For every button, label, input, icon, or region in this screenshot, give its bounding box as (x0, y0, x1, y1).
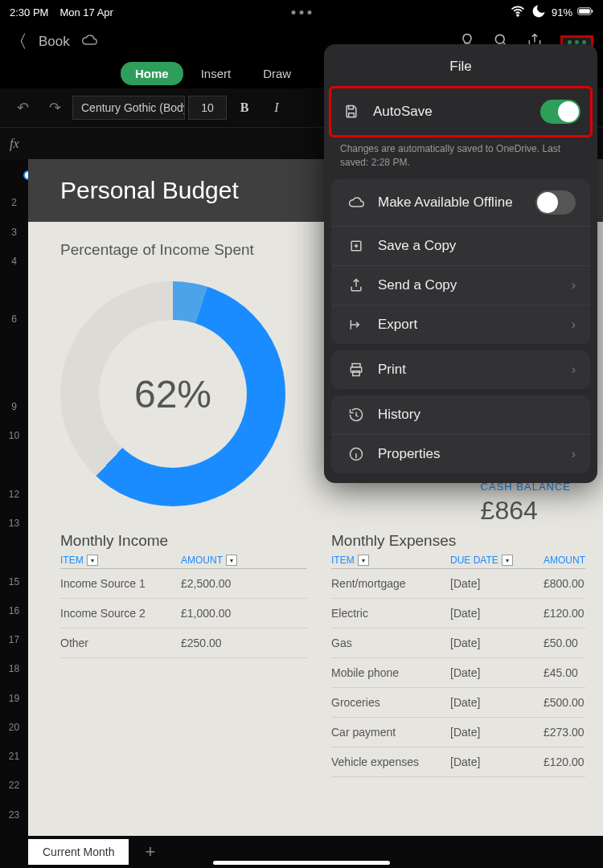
chevron-right-icon: › (572, 278, 576, 293)
table-row[interactable]: Groceries[Date]£500.00 (331, 688, 585, 718)
exp-hdr-amount[interactable]: AMOUNT (544, 555, 585, 566)
row-header[interactable]: 20 (0, 713, 28, 742)
row-header[interactable]: 17 (0, 625, 28, 654)
income-hdr-item[interactable]: ITEM (60, 555, 84, 566)
offline-label: Make Available Offline (378, 194, 535, 211)
table-row[interactable]: Electric[Date]£120.00 (331, 599, 585, 628)
row-header[interactable] (0, 363, 28, 392)
back-button[interactable]: 〈 (10, 30, 27, 54)
svg-rect-8 (353, 371, 359, 375)
undo-button[interactable]: ↶ (8, 93, 37, 122)
filter-dropdown-icon[interactable]: ▾ (226, 555, 237, 566)
row-header[interactable]: 15 (0, 567, 28, 596)
row-header[interactable] (0, 538, 28, 567)
row-header[interactable]: 6 (0, 305, 28, 334)
font-size-selector[interactable]: 10 (188, 96, 227, 120)
properties-icon (346, 446, 367, 462)
autosave-label: AutoSave (373, 104, 540, 120)
document-title[interactable]: Book (39, 34, 70, 50)
cell-due: [Date] (450, 666, 544, 679)
offline-row[interactable]: Make Available Offline (331, 179, 590, 226)
row-header[interactable]: 23 (0, 800, 28, 829)
tab-draw[interactable]: Draw (248, 62, 306, 85)
row-header[interactable]: 13 (0, 509, 28, 538)
cell-item: Vehicle expenses (331, 755, 450, 768)
row-header[interactable]: 12 (0, 480, 28, 509)
table-row[interactable]: Income Source 1£2,500.00 (60, 569, 307, 599)
bold-button[interactable]: B (230, 93, 259, 122)
font-selector[interactable]: Century Gothic (Body) (72, 96, 185, 120)
cell-amount: £45.00 (544, 666, 585, 679)
redo-button[interactable]: ↷ (40, 93, 69, 122)
row-header[interactable]: 18 (0, 654, 28, 683)
filter-dropdown-icon[interactable]: ▾ (87, 555, 98, 566)
history-row[interactable]: History (331, 395, 590, 434)
income-hdr-amount[interactable]: AMOUNT (181, 555, 223, 566)
status-time: 2:30 PM (10, 6, 48, 18)
row-header[interactable]: 21 (0, 742, 28, 771)
cell-amount: £800.00 (544, 577, 585, 590)
chevron-right-icon: › (572, 447, 576, 461)
cell-due: [Date] (450, 696, 544, 709)
table-row[interactable]: Other£250.00 (60, 628, 307, 658)
cell-due: [Date] (450, 637, 544, 649)
row-header[interactable] (0, 451, 28, 480)
save-copy-row[interactable]: Save a Copy (331, 226, 590, 265)
cloud-sync-icon[interactable] (81, 32, 97, 51)
offline-toggle[interactable] (535, 190, 576, 215)
table-row[interactable]: Rent/mortgage[Date]£800.00 (331, 569, 585, 599)
row-header[interactable]: 4 (0, 247, 28, 276)
dnd-icon (531, 3, 547, 22)
autosave-toggle[interactable] (540, 100, 580, 124)
autosave-row[interactable]: AutoSave (329, 86, 593, 137)
history-icon (346, 407, 367, 423)
row-header[interactable]: 9 (0, 392, 28, 421)
cell-due: [Date] (450, 726, 544, 739)
row-header[interactable] (0, 276, 28, 305)
history-label: History (378, 407, 576, 423)
table-row[interactable]: Mobile phone[Date]£45.00 (331, 658, 585, 688)
row-header[interactable]: 10 (0, 421, 28, 450)
row-header[interactable]: 19 (0, 684, 28, 713)
table-row[interactable]: Income Source 2£1,000.00 (60, 599, 307, 628)
export-row[interactable]: Export › (331, 305, 590, 344)
cell-due: [Date] (450, 755, 544, 768)
donut-value: 62% (134, 372, 211, 416)
tab-home[interactable]: Home (121, 62, 183, 85)
filter-dropdown-icon[interactable]: ▾ (358, 555, 369, 566)
italic-button[interactable]: I (262, 93, 291, 122)
print-label: Print (378, 362, 572, 378)
row-header[interactable]: 16 (0, 596, 28, 625)
row-header[interactable]: 3 (0, 218, 28, 247)
cell-amount: £50.00 (544, 637, 585, 649)
table-row[interactable]: Gas[Date]£50.00 (331, 628, 585, 658)
multitask-indicator[interactable] (292, 10, 312, 14)
tab-insert[interactable]: Insert (187, 62, 246, 85)
exp-hdr-due[interactable]: DUE DATE (450, 555, 498, 566)
file-menu-panel: File AutoSave Changes are automatically … (324, 44, 597, 483)
row-headers[interactable]: 2346910121315161718192021222324 (0, 159, 28, 858)
table-row[interactable]: Car payment[Date]£273.00 (331, 718, 585, 747)
cell-item: Gas (331, 637, 450, 649)
properties-row[interactable]: Properties › (331, 434, 590, 473)
sheet-tab-current[interactable]: Current Month (28, 839, 129, 865)
properties-label: Properties (378, 446, 572, 462)
home-indicator[interactable] (213, 861, 390, 865)
row-header[interactable] (0, 334, 28, 363)
row-header[interactable]: 2 (0, 188, 28, 217)
income-table: Monthly Income ITEM ▾ AMOUNT ▾ Income So… (60, 532, 307, 777)
save-copy-label: Save a Copy (378, 238, 576, 254)
expenses-heading: Monthly Expenses (331, 532, 585, 550)
cell-amount: £2,500.00 (181, 577, 307, 590)
chevron-right-icon: › (572, 317, 576, 332)
cell-amount: £500.00 (544, 696, 585, 709)
row-header[interactable]: 22 (0, 771, 28, 800)
filter-dropdown-icon[interactable]: ▾ (502, 555, 513, 566)
exp-hdr-item[interactable]: ITEM (331, 555, 355, 566)
add-sheet-button[interactable]: + (145, 841, 155, 862)
print-icon (346, 362, 367, 378)
send-copy-row[interactable]: Send a Copy › (331, 265, 590, 305)
cell-item: Groceries (331, 696, 450, 709)
print-row[interactable]: Print › (331, 350, 590, 389)
table-row[interactable]: Vehicle expenses[Date]£120.00 (331, 747, 585, 777)
